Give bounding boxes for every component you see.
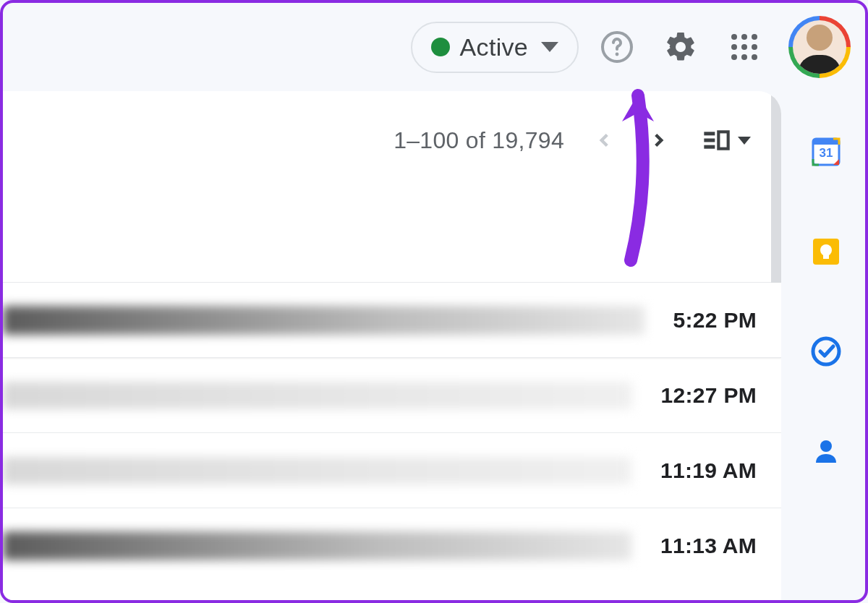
email-list: 5:22 PM 12:27 PM 11:19 AM 11:13 AM	[3, 282, 781, 583]
svg-point-7	[752, 44, 757, 50]
svg-rect-20	[823, 255, 829, 259]
contacts-icon	[809, 434, 843, 469]
mail-panel: 1–100 of 19,794 5:22 PM	[3, 91, 781, 600]
svg-point-21	[813, 338, 839, 364]
svg-point-3	[741, 34, 747, 40]
keep-icon	[809, 234, 843, 269]
svg-point-22	[820, 440, 832, 452]
svg-rect-13	[704, 145, 715, 149]
svg-point-8	[731, 54, 737, 60]
chevron-right-icon	[649, 131, 668, 150]
app-header: Active	[3, 3, 865, 91]
svg-point-2	[731, 34, 737, 40]
svg-point-6	[741, 44, 747, 50]
svg-point-1	[616, 53, 619, 56]
svg-rect-14	[718, 132, 728, 148]
svg-text:31: 31	[820, 146, 833, 160]
svg-point-9	[741, 54, 747, 60]
svg-point-19	[820, 244, 832, 256]
email-time: 11:19 AM	[660, 458, 757, 483]
email-subject-blurred	[3, 382, 632, 409]
email-row[interactable]: 11:13 AM	[3, 508, 781, 583]
mail-toolbar: 1–100 of 19,794	[3, 91, 781, 174]
calendar-app-button[interactable]: 31	[807, 133, 845, 171]
content-area: 1–100 of 19,794 5:22 PM	[3, 91, 865, 600]
apps-grid-icon	[727, 30, 762, 64]
support-button[interactable]	[592, 22, 642, 72]
email-subject-blurred	[3, 457, 631, 484]
tasks-icon	[809, 334, 843, 369]
svg-point-10	[752, 54, 757, 60]
chat-status-button[interactable]: Active	[411, 22, 579, 73]
email-row[interactable]: 5:22 PM	[3, 283, 781, 358]
svg-point-5	[731, 44, 737, 50]
account-avatar[interactable]	[788, 16, 851, 78]
pagination-count: 1–100 of 19,794	[393, 127, 564, 154]
status-dot-icon	[431, 38, 450, 56]
email-row[interactable]: 11:19 AM	[3, 433, 781, 508]
svg-rect-11	[704, 132, 715, 135]
email-row[interactable]: 12:27 PM	[3, 358, 781, 433]
email-time: 11:13 AM	[660, 534, 757, 558]
chevron-left-icon	[595, 131, 614, 150]
keep-app-button[interactable]	[807, 233, 845, 270]
calendar-icon: 31	[809, 134, 843, 169]
email-subject-blurred	[3, 531, 631, 560]
email-subject-blurred	[3, 306, 644, 335]
toggle-split-pane-button[interactable]	[702, 126, 751, 155]
settings-button[interactable]	[655, 22, 706, 72]
split-pane-icon	[702, 126, 731, 155]
help-icon	[600, 30, 634, 64]
email-time: 12:27 PM	[661, 383, 757, 408]
tasks-app-button[interactable]	[807, 333, 845, 370]
svg-rect-12	[704, 139, 715, 142]
status-label: Active	[460, 33, 528, 61]
newer-button[interactable]	[586, 121, 624, 159]
email-time: 5:22 PM	[673, 308, 757, 333]
gear-icon	[663, 30, 698, 64]
contacts-app-button[interactable]	[807, 432, 845, 470]
svg-point-4	[752, 34, 757, 40]
google-apps-button[interactable]	[719, 22, 770, 72]
older-button[interactable]	[639, 121, 677, 159]
avatar-image	[793, 20, 846, 74]
chevron-down-icon	[738, 137, 751, 145]
side-panel: 31	[787, 91, 865, 600]
chevron-down-icon	[541, 42, 558, 52]
